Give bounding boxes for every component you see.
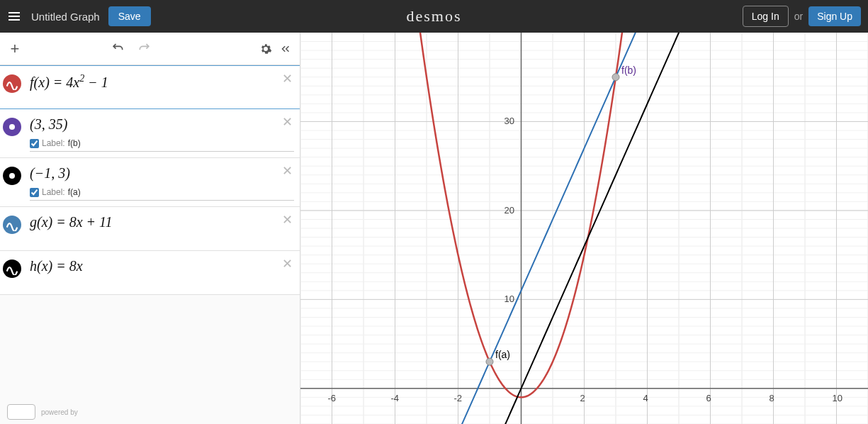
- expression-sidebar: + f(x) = 4x2 − 1 ✕ (3, 35) Label: f(b) ✕: [0, 33, 300, 424]
- graph-svg: [300, 33, 868, 424]
- keyboard-icon[interactable]: [7, 404, 35, 420]
- collapse-sidebar-button[interactable]: [276, 39, 295, 59]
- save-button[interactable]: Save: [108, 6, 151, 26]
- label-value[interactable]: f(b): [68, 138, 294, 148]
- expression-color-icon[interactable]: [0, 109, 24, 157]
- delete-expression-button[interactable]: ✕: [280, 115, 294, 129]
- settings-button[interactable]: [256, 39, 276, 59]
- graph-title[interactable]: Untitled Graph: [31, 11, 100, 23]
- expression-math[interactable]: (−1, 3): [30, 165, 294, 182]
- label-value[interactable]: f(a): [68, 187, 294, 197]
- powered-by-text: powered by: [41, 408, 78, 416]
- footer: powered by: [0, 400, 300, 424]
- label-checkbox[interactable]: [30, 139, 39, 148]
- delete-expression-button[interactable]: ✕: [280, 257, 294, 271]
- app-header: Untitled Graph Save desmos Log In or Sig…: [0, 0, 868, 33]
- auth-panel: Log In or Sign Up: [743, 6, 861, 27]
- add-expression-button[interactable]: +: [4, 38, 26, 60]
- expression-toolbar: +: [0, 33, 300, 65]
- undo-button[interactable]: [111, 40, 125, 57]
- expression-row[interactable]: h(x) = 8x ✕: [0, 251, 300, 295]
- label-checkbox[interactable]: [30, 188, 39, 197]
- svg-point-79: [486, 358, 493, 365]
- expression-row[interactable]: (3, 35) Label: f(b) ✕: [0, 109, 300, 158]
- menu-icon[interactable]: [0, 0, 28, 33]
- graph-canvas[interactable]: -6-4-2246810102030f(b)f(a): [300, 33, 868, 424]
- svg-point-78: [612, 74, 619, 81]
- label-row: Label: f(b): [30, 138, 294, 152]
- label-text: Label:: [42, 138, 65, 148]
- expression-row[interactable]: (−1, 3) Label: f(a) ✕: [0, 158, 300, 207]
- delete-expression-button[interactable]: ✕: [280, 164, 294, 178]
- expression-math[interactable]: g(x) = 8x + 11: [30, 214, 294, 230]
- signup-button[interactable]: Sign Up: [808, 6, 861, 26]
- expression-color-icon[interactable]: [0, 158, 24, 206]
- desmos-logo: desmos: [407, 7, 462, 26]
- label-text: Label:: [42, 187, 65, 197]
- expression-list: f(x) = 4x2 − 1 ✕ (3, 35) Label: f(b) ✕ (…: [0, 65, 300, 400]
- expression-row[interactable]: g(x) = 8x + 11 ✕: [0, 207, 300, 251]
- redo-button[interactable]: [137, 40, 152, 57]
- delete-expression-button[interactable]: ✕: [280, 72, 294, 86]
- delete-expression-button[interactable]: ✕: [280, 213, 294, 227]
- expression-row[interactable]: f(x) = 4x2 − 1 ✕: [0, 65, 300, 109]
- expression-math[interactable]: (3, 35): [30, 116, 294, 133]
- expression-color-icon[interactable]: [0, 66, 24, 108]
- expression-color-icon[interactable]: [0, 251, 24, 294]
- expression-math[interactable]: h(x) = 8x: [30, 258, 294, 274]
- expression-color-icon[interactable]: [0, 207, 24, 250]
- expression-math[interactable]: f(x) = 4x2 − 1: [30, 73, 294, 91]
- or-text: or: [794, 11, 803, 22]
- login-button[interactable]: Log In: [743, 6, 789, 27]
- label-row: Label: f(a): [30, 187, 294, 201]
